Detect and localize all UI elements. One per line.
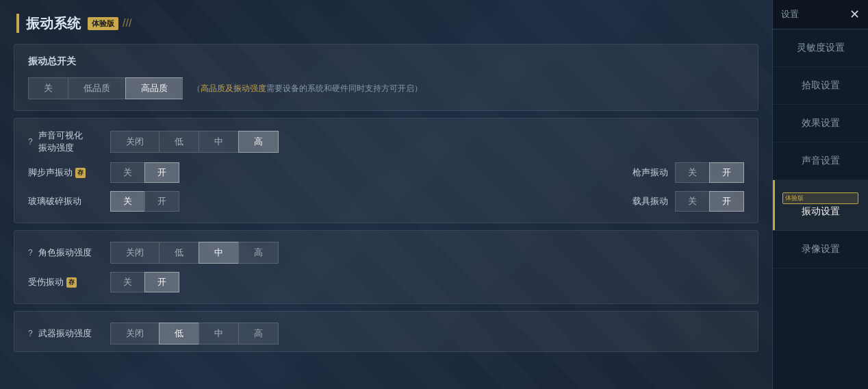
sidebar-top-bar: 设置 ✕ bbox=[773, 0, 868, 29]
master-switch-title: 振动总开关 bbox=[28, 55, 744, 68]
pickup-label: 拾取设置 bbox=[802, 79, 840, 90]
char-high-btn[interactable]: 高 bbox=[238, 242, 279, 264]
sound-viz-text: 声音可视化振动强度 bbox=[38, 129, 83, 154]
page-title: 振动系统 bbox=[26, 14, 81, 33]
sidebar-item-sound[interactable]: 声音设置 bbox=[773, 142, 868, 180]
sidebar-item-pickup[interactable]: 拾取设置 bbox=[773, 67, 868, 105]
master-note: （高品质及振动强度需要设备的系统和硬件同时支持方可开启） bbox=[192, 83, 422, 95]
char-low-btn[interactable]: 低 bbox=[159, 242, 199, 264]
note-highlight: 高品质及振动强度 bbox=[201, 84, 266, 93]
gun-toggle: 关 开 bbox=[675, 162, 744, 183]
sound-viz-low-btn[interactable]: 低 bbox=[159, 131, 199, 153]
sidebar: 设置 ✕ 灵敏度设置 拾取设置 效果设置 声音设置 体验版 振动设置 录像设置 bbox=[772, 0, 868, 389]
weapon-off-btn[interactable]: 关闭 bbox=[110, 323, 159, 344]
weapon-intensity-row: ? 武器振动强度 关闭 低 中 高 bbox=[28, 323, 744, 344]
question-icon-2[interactable]: ? bbox=[28, 248, 33, 258]
footstep-toggle: 关 开 bbox=[110, 162, 179, 183]
question-icon-1[interactable]: ? bbox=[28, 137, 33, 147]
injury-save-badge: 存 bbox=[66, 277, 77, 288]
injury-text: 受伤振动 bbox=[28, 276, 64, 288]
footstep-on-btn[interactable]: 开 bbox=[144, 162, 179, 183]
gun-text: 枪声振动 bbox=[633, 166, 668, 179]
glass-text: 玻璃破碎振动 bbox=[28, 195, 81, 208]
character-intensity-group: 关闭 低 中 高 bbox=[110, 242, 279, 264]
injury-row: 受伤振动 存 关 开 bbox=[28, 272, 744, 292]
sound-viz-off-btn[interactable]: 关闭 bbox=[110, 131, 159, 153]
weapon-intensity-label: ? 武器振动强度 bbox=[28, 327, 110, 340]
vibration-beta-label: 体验版 bbox=[782, 192, 858, 204]
character-intensity-label: ? 角色振动强度 bbox=[28, 247, 110, 259]
footstep-save-badge: 存 bbox=[75, 168, 86, 178]
weapon-intensity-text: 武器振动强度 bbox=[38, 327, 92, 340]
sidebar-item-vibration[interactable]: 体验版 振动设置 bbox=[773, 180, 868, 231]
character-vibration-section: ? 角色振动强度 关闭 低 中 高 受伤振动 存 关 开 bbox=[14, 230, 758, 304]
glass-label: 玻璃破碎振动 bbox=[28, 195, 110, 208]
sound-vibration-section: ? 声音可视化振动强度 关闭 低 中 高 脚步声振动 存 关 开 枪声振动 bbox=[14, 118, 758, 223]
close-button[interactable]: ✕ bbox=[850, 7, 860, 22]
master-low-btn[interactable]: 低品质 bbox=[68, 77, 125, 99]
character-intensity-row: ? 角色振动强度 关闭 低 中 高 bbox=[28, 242, 744, 264]
question-icon-3[interactable]: ? bbox=[28, 329, 33, 338]
master-off-btn[interactable]: 关 bbox=[28, 77, 68, 99]
page-header: 振动系统 体验版 /// bbox=[14, 14, 758, 33]
sound-viz-row: ? 声音可视化振动强度 关闭 低 中 高 bbox=[28, 129, 744, 154]
char-mid-btn[interactable]: 中 bbox=[199, 242, 238, 264]
sound-label: 声音设置 bbox=[802, 155, 840, 166]
vehicle-off-btn[interactable]: 关 bbox=[675, 191, 709, 212]
injury-toggle: 关 开 bbox=[110, 272, 179, 292]
master-switch-group: 关 低品质 高品质 （高品质及振动强度需要设备的系统和硬件同时支持方可开启） bbox=[28, 77, 744, 99]
sound-viz-high-btn[interactable]: 高 bbox=[238, 131, 279, 153]
weapon-vibration-section: ? 武器振动强度 关闭 低 中 高 bbox=[14, 311, 758, 352]
master-high-btn[interactable]: 高品质 bbox=[125, 77, 183, 99]
header-slash: /// bbox=[123, 17, 131, 29]
master-switch-section: 振动总开关 关 低品质 高品质 （高品质及振动强度需要设备的系统和硬件同时支持方… bbox=[14, 44, 758, 111]
injury-off-btn[interactable]: 关 bbox=[110, 272, 144, 292]
weapon-intensity-group: 关闭 低 中 高 bbox=[110, 323, 279, 344]
glass-off-btn[interactable]: 关 bbox=[110, 191, 144, 212]
gun-on-btn[interactable]: 开 bbox=[709, 162, 744, 183]
sound-viz-mid-btn[interactable]: 中 bbox=[199, 131, 238, 153]
sidebar-item-effects[interactable]: 效果设置 bbox=[773, 105, 868, 142]
weapon-mid-btn[interactable]: 中 bbox=[199, 323, 238, 344]
char-off-btn[interactable]: 关闭 bbox=[110, 242, 159, 264]
injury-label: 受伤振动 存 bbox=[28, 276, 110, 288]
weapon-low-btn[interactable]: 低 bbox=[159, 323, 199, 344]
weapon-high-btn[interactable]: 高 bbox=[238, 323, 279, 344]
footstep-text: 脚步声振动 bbox=[28, 166, 73, 179]
character-intensity-text: 角色振动强度 bbox=[38, 247, 92, 259]
vehicle-on-btn[interactable]: 开 bbox=[709, 191, 744, 212]
sidebar-settings-label: 设置 bbox=[781, 8, 799, 21]
glass-vehicle-row: 玻璃破碎振动 关 开 载具振动 关 开 bbox=[28, 191, 744, 212]
sidebar-item-recording[interactable]: 录像设置 bbox=[773, 231, 868, 268]
main-content: 振动系统 体验版 /// 振动总开关 关 低品质 高品质 （高品质及振动强度需要… bbox=[0, 0, 772, 389]
sound-viz-group: 关闭 低 中 高 bbox=[110, 131, 279, 153]
effects-label: 效果设置 bbox=[802, 117, 840, 128]
injury-on-btn[interactable]: 开 bbox=[144, 272, 179, 292]
header-divider bbox=[16, 14, 19, 33]
vibration-label: 振动设置 bbox=[802, 205, 840, 216]
footstep-label: 脚步声振动 存 bbox=[28, 166, 110, 179]
gun-off-btn[interactable]: 关 bbox=[675, 162, 709, 183]
footstep-off-btn[interactable]: 关 bbox=[110, 162, 144, 183]
vehicle-toggle: 关 开 bbox=[675, 191, 744, 212]
glass-toggle: 关 开 bbox=[110, 191, 179, 212]
vehicle-text: 载具振动 bbox=[633, 195, 668, 208]
footstep-gun-row: 脚步声振动 存 关 开 枪声振动 关 开 bbox=[28, 162, 744, 183]
beta-badge: 体验版 bbox=[88, 17, 118, 30]
gun-label: 枪声振动 bbox=[600, 166, 668, 179]
recording-label: 录像设置 bbox=[802, 243, 840, 254]
vehicle-label: 载具振动 bbox=[600, 195, 668, 208]
sound-viz-label: ? 声音可视化振动强度 bbox=[28, 129, 110, 154]
sensitivity-label: 灵敏度设置 bbox=[797, 42, 845, 53]
glass-on-btn[interactable]: 开 bbox=[144, 191, 179, 212]
sidebar-item-sensitivity[interactable]: 灵敏度设置 bbox=[773, 29, 868, 67]
